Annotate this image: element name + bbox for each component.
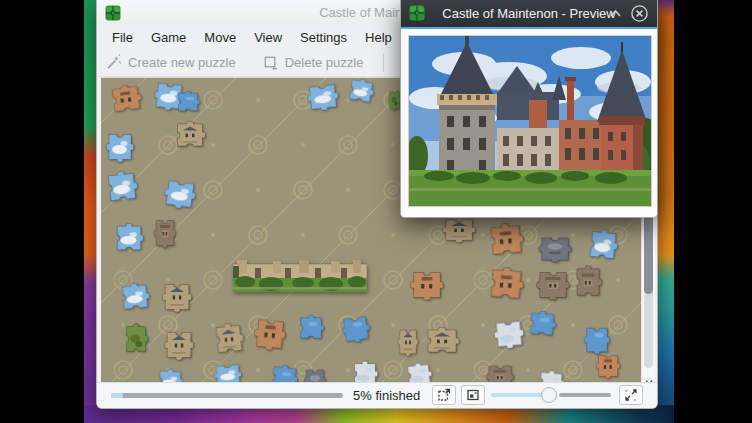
close-icon bbox=[630, 4, 649, 23]
puzzle-piece-cloud[interactable] bbox=[113, 222, 145, 254]
puzzle-piece-stone[interactable] bbox=[161, 280, 193, 314]
puzzle-piece-sky[interactable] bbox=[175, 90, 201, 114]
close-window-button[interactable] bbox=[630, 4, 649, 23]
restack-icon bbox=[436, 387, 452, 403]
puzzle-piece-cloud[interactable] bbox=[585, 226, 620, 263]
menu-settings[interactable]: Settings bbox=[291, 27, 356, 48]
wallpaper-right-strip bbox=[656, 0, 674, 423]
puzzle-piece-stone2[interactable] bbox=[153, 216, 177, 250]
puzzle-piece-cloud[interactable] bbox=[305, 80, 342, 113]
puzzle-piece-cloud[interactable] bbox=[161, 176, 199, 212]
puzzle-piece-sky[interactable] bbox=[339, 312, 373, 346]
puzzle-piece-stone[interactable] bbox=[211, 320, 246, 357]
puzzle-piece-stone2[interactable] bbox=[535, 268, 571, 302]
statusbar: 5% finished bbox=[97, 382, 658, 408]
puzzle-piece-brick[interactable] bbox=[486, 265, 526, 304]
menu-game[interactable]: Game bbox=[142, 27, 195, 48]
preview-toggle-icon bbox=[465, 387, 481, 403]
puzzle-progress-bar bbox=[111, 393, 343, 398]
restack-pieces-button[interactable] bbox=[432, 385, 456, 405]
delete-puzzle-icon bbox=[262, 54, 279, 71]
preview-titlebar[interactable]: Castle of Maintenon - Preview bbox=[401, 0, 657, 27]
puzzle-piece-stone[interactable] bbox=[397, 326, 419, 358]
puzzle-piece-dark[interactable] bbox=[537, 234, 573, 264]
puzzle-piece-stone2[interactable] bbox=[573, 264, 603, 300]
create-new-puzzle-button[interactable]: Create new puzzle bbox=[105, 54, 236, 71]
puzzle-piece-white[interactable] bbox=[492, 317, 527, 352]
castle-preview-image bbox=[409, 36, 651, 206]
assembled-piece-group[interactable] bbox=[233, 260, 367, 292]
puzzle-piece-cloud[interactable] bbox=[105, 130, 135, 164]
preview-body bbox=[401, 29, 657, 217]
chevron-up-icon bbox=[609, 9, 622, 18]
puzzle-piece-cloud[interactable] bbox=[345, 78, 377, 106]
menu-view[interactable]: View bbox=[245, 27, 291, 48]
puzzle-piece-stone[interactable] bbox=[423, 326, 461, 356]
menu-help[interactable]: Help bbox=[356, 27, 401, 48]
menu-file[interactable]: File bbox=[103, 27, 142, 48]
puzzle-piece-cloud[interactable] bbox=[118, 281, 152, 314]
scrollbar-thumb[interactable] bbox=[644, 210, 653, 294]
fit-view-button[interactable] bbox=[619, 385, 643, 405]
toolbar-label: Delete puzzle bbox=[285, 55, 364, 70]
delete-puzzle-button[interactable]: Delete puzzle bbox=[262, 54, 364, 71]
puzzle-piece-brick[interactable] bbox=[486, 220, 527, 259]
puzzle-piece-stone[interactable] bbox=[173, 120, 207, 150]
puzzle-piece-brick[interactable] bbox=[409, 268, 445, 302]
puzzle-piece-brick[interactable] bbox=[595, 352, 621, 380]
toolbar-label: Create new puzzle bbox=[128, 55, 236, 70]
puzzle-piece-sky[interactable] bbox=[297, 314, 325, 342]
fit-view-icon bbox=[623, 387, 639, 403]
menu-move[interactable]: Move bbox=[195, 27, 245, 48]
puzzle-piece-green[interactable] bbox=[123, 322, 149, 356]
puzzle-progress-fill bbox=[111, 393, 123, 398]
zoom-slider-track-filled[interactable] bbox=[491, 393, 545, 397]
puzzle-piece-stone[interactable] bbox=[441, 216, 477, 244]
magic-wand-icon bbox=[105, 54, 122, 71]
puzzle-piece-cloud[interactable] bbox=[103, 168, 140, 205]
toolbar-separator bbox=[383, 54, 384, 72]
zoom-slider[interactable] bbox=[491, 385, 611, 405]
puzzle-piece-brick[interactable] bbox=[251, 315, 288, 354]
zoom-slider-track[interactable] bbox=[559, 393, 611, 397]
zoom-slider-handle[interactable] bbox=[541, 387, 557, 403]
progress-label: 5% finished bbox=[353, 388, 420, 403]
puzzle-piece-stone[interactable] bbox=[163, 328, 195, 362]
toggle-preview-button[interactable] bbox=[461, 385, 485, 405]
puzzle-piece-brick[interactable] bbox=[107, 82, 145, 116]
shade-window-button[interactable] bbox=[606, 4, 625, 23]
puzzle-piece-sky[interactable] bbox=[526, 309, 558, 339]
desktop: Castle of Maintenon FileGameMoveViewSett… bbox=[0, 0, 752, 423]
preview-window: Castle of Maintenon - Preview bbox=[400, 0, 658, 218]
